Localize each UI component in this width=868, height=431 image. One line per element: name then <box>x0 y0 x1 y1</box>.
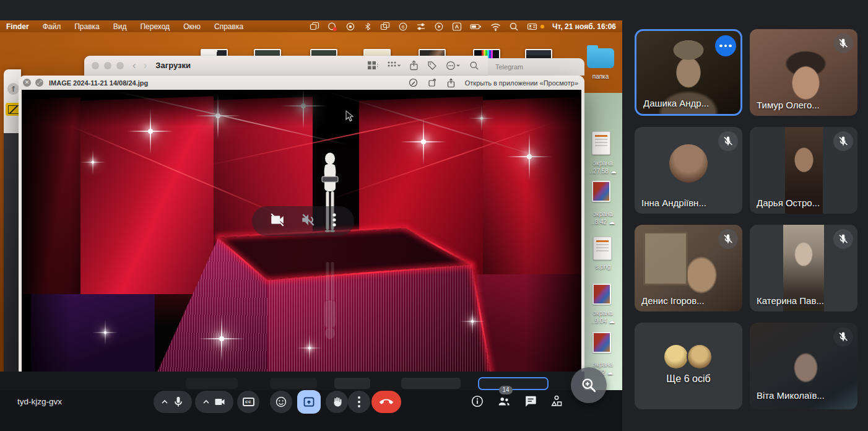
windows-stack-icon[interactable] <box>310 22 319 32</box>
folder-icon[interactable] <box>587 48 614 68</box>
tile-menu-button[interactable] <box>715 35 736 56</box>
now-playing-icon[interactable] <box>434 22 444 32</box>
dialog-button[interactable] <box>334 378 370 389</box>
battery-icon[interactable] <box>470 22 482 32</box>
svg-text:A: A <box>455 24 459 30</box>
reactions-button[interactable] <box>270 391 292 413</box>
captions-button[interactable]: cc <box>237 391 259 413</box>
spotlight-search-icon[interactable] <box>509 22 519 32</box>
notification-badge-icon[interactable]: 6 <box>398 22 408 32</box>
activities-button[interactable] <box>550 394 563 411</box>
stage-panel <box>477 274 581 373</box>
group-by-icon[interactable] <box>387 61 401 70</box>
light-flare <box>480 117 483 120</box>
screen-recording-icon[interactable] <box>328 22 337 32</box>
menu-window[interactable]: Окно <box>183 22 201 31</box>
image-preview-window: ✕ ⤢ IMAGE 2024-11-21 14/08/24.jpg Открыт… <box>19 76 584 377</box>
participant-tile[interactable]: Денис Ігоров... <box>635 225 742 311</box>
avatar-reflection <box>316 245 344 340</box>
chevron-up-icon[interactable] <box>202 398 210 406</box>
image-overlay-controls <box>252 206 354 236</box>
menubar-app-name[interactable]: Finder <box>6 22 29 31</box>
fast-user-switch-icon[interactable] <box>527 22 538 32</box>
zoom-window-button[interactable] <box>116 62 124 69</box>
participant-name: Інна Андріївн... <box>641 198 706 208</box>
markup-icon[interactable] <box>409 78 418 87</box>
dialog-button[interactable] <box>401 378 461 389</box>
wifi-icon[interactable] <box>490 22 501 32</box>
camera-button[interactable] <box>195 391 233 413</box>
zoom-shared-screen-button[interactable] <box>571 367 607 403</box>
file-label: экрана <box>583 310 622 316</box>
close-button[interactable] <box>92 62 99 69</box>
dialog-primary-button[interactable] <box>478 377 549 390</box>
file-icon[interactable] <box>592 284 611 305</box>
fullscreen-icon[interactable]: ⤢ <box>35 79 43 87</box>
microphone-button[interactable] <box>154 391 192 413</box>
avatar <box>688 345 711 368</box>
participant-tile[interactable]: Дарья Остро... <box>750 127 857 214</box>
file-icon[interactable] <box>592 181 610 202</box>
back-icon[interactable]: ‹ <box>132 60 136 71</box>
chat-button[interactable] <box>524 394 537 411</box>
participants-button[interactable] <box>497 394 511 411</box>
telegram-window-titlebar[interactable]: Telegram <box>488 58 584 76</box>
tag-icon[interactable] <box>427 61 437 71</box>
mic-icon <box>172 396 184 408</box>
google-meet-window: Finder Файл Правка Вид Переход Окно Спра… <box>0 0 868 431</box>
preview-titlebar: ✕ ⤢ IMAGE 2024-11-21 14/08/24.jpg Открыт… <box>19 76 584 90</box>
light-flare <box>308 347 311 349</box>
file-icon[interactable] <box>593 237 612 260</box>
mic-off-badge <box>718 131 738 151</box>
app-status-icon[interactable] <box>345 22 355 32</box>
menu-go[interactable]: Переход <box>140 22 170 31</box>
more-options-icon[interactable] <box>446 61 461 71</box>
participant-tile[interactable]: Катерина Пав... <box>750 225 857 311</box>
meeting-details-button[interactable] <box>471 394 484 411</box>
window-controls[interactable] <box>92 62 124 69</box>
participant-tile[interactable]: Інна Андріївн... <box>635 127 742 214</box>
file-icon[interactable] <box>592 332 611 353</box>
open-in-preview-button[interactable]: Открыть в приложении «Просмотр» <box>465 79 578 87</box>
bluetooth-icon[interactable] <box>363 22 372 32</box>
macos-menu-bar: Finder Файл Правка Вид Переход Окно Спра… <box>0 20 622 32</box>
more-options-button[interactable] <box>348 391 370 413</box>
participant-tile[interactable]: Дашика Андр... <box>635 29 742 116</box>
captions-icon: cc <box>243 398 254 406</box>
participant-name: Дарья Остро... <box>757 198 820 208</box>
menu-file[interactable]: Файл <box>43 22 61 31</box>
participant-tile[interactable]: Віта Миколаїв... <box>750 323 857 409</box>
raise-hand-button[interactable] <box>326 391 348 413</box>
search-icon[interactable] <box>469 61 479 71</box>
light-flare <box>421 139 426 144</box>
share-icon[interactable] <box>409 60 419 71</box>
menu-edit[interactable]: Правка <box>74 22 100 31</box>
meeting-panels <box>471 394 563 411</box>
end-call-button[interactable] <box>371 391 401 413</box>
minimize-button[interactable] <box>104 62 111 69</box>
view-grid-icon[interactable] <box>367 61 378 70</box>
present-screen-button[interactable] <box>297 390 321 414</box>
dialog-button[interactable] <box>270 378 317 389</box>
file-label: ..8.42 ☁ <box>583 219 622 225</box>
menu-help[interactable]: Справка <box>214 22 243 31</box>
meet-bottom-bar: tyd-kjzg-gvx cc <box>0 390 622 431</box>
menubar-clock[interactable]: Чт, 21 нояб. 16:06 <box>552 22 616 31</box>
share-icon[interactable] <box>447 78 455 88</box>
rotate-icon[interactable] <box>428 78 437 87</box>
forward-icon[interactable]: › <box>144 60 147 71</box>
toggles-icon[interactable] <box>416 22 426 32</box>
file-label: экрана <box>583 160 622 167</box>
menu-view[interactable]: Вид <box>113 22 127 31</box>
chevron-up-icon[interactable] <box>161 398 168 406</box>
participant-count-badge: 14 <box>499 386 513 394</box>
file-icon[interactable] <box>592 131 610 155</box>
dialog-button[interactable] <box>186 378 238 389</box>
participant-tile[interactable]: Тимур Олего... <box>750 29 857 116</box>
camera-icon <box>214 396 226 408</box>
input-source-badge[interactable]: A <box>452 22 462 32</box>
svg-text:6: 6 <box>402 24 405 30</box>
close-icon[interactable]: ✕ <box>23 79 31 87</box>
windows-icon[interactable] <box>380 22 390 32</box>
overflow-participants-tile[interactable]: Ще 6 осіб <box>635 323 742 409</box>
